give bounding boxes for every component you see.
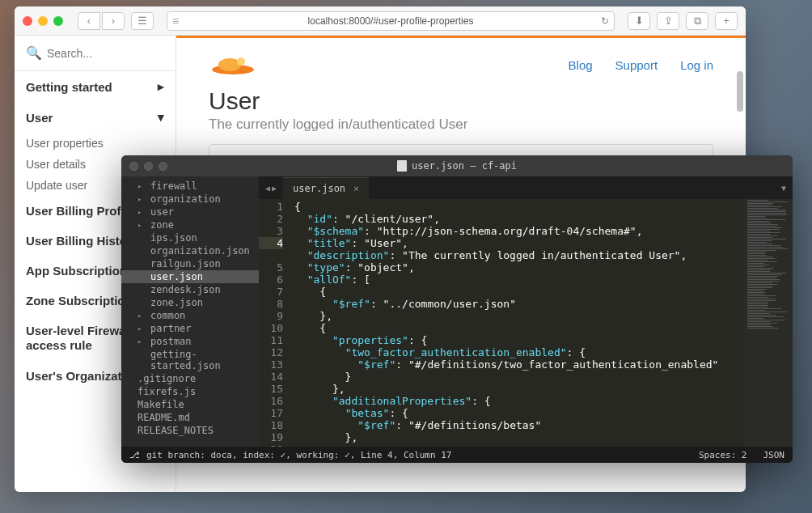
- top-nav: Blog Support Log in: [569, 58, 713, 72]
- status-git-icon: ⎇: [129, 450, 140, 460]
- tree-item-label: partner: [150, 323, 192, 334]
- tabs-icon[interactable]: ⧉: [686, 12, 708, 30]
- sidebar-item-getting-started[interactable]: Getting started ▸: [15, 71, 176, 102]
- tree-item-firewall[interactable]: ▸firewall: [121, 180, 259, 193]
- line-gutter: 1234567891011121314151617181920: [259, 199, 290, 447]
- editor-main: ◀ ▶ user.json × ▼ 1234567891011121314151…: [259, 176, 793, 447]
- close-window-icon[interactable]: [23, 16, 32, 26]
- tree-item-label: getting-started.json: [150, 349, 254, 371]
- folder-collapsed-icon: ▸: [137, 324, 146, 333]
- sidebar-sub-user-properties[interactable]: User properties: [15, 133, 176, 154]
- tree-item-getting-started-json[interactable]: getting-started.json: [121, 348, 259, 372]
- tree-item-postman[interactable]: ▸postman: [121, 335, 259, 348]
- close-tab-icon[interactable]: ×: [353, 183, 359, 194]
- tree-item-label: zone.json: [150, 297, 203, 308]
- tab-prev-icon[interactable]: ◀: [265, 184, 270, 193]
- search-input[interactable]: [47, 47, 164, 60]
- tree-item-label: RELEASE_NOTES: [137, 425, 214, 436]
- tree-item-label: Makefile: [137, 399, 184, 410]
- tree-item-zone-json[interactable]: zone.json: [121, 296, 259, 309]
- tab-next-icon[interactable]: ▶: [272, 184, 277, 193]
- address-bar[interactable]: ≡ localhost:8000/#user-profile-propertie…: [167, 11, 615, 31]
- tree-item-label: user.json: [150, 271, 203, 282]
- tab-user-json[interactable]: user.json ×: [283, 177, 369, 199]
- tree-item-fixrefs-js[interactable]: fixrefs.js: [121, 385, 259, 398]
- sidebar-label: User: [26, 111, 53, 125]
- page-subtitle: The currently logged in/authenticated Us…: [209, 117, 713, 133]
- tree-item--gitignore[interactable]: .gitignore: [121, 372, 259, 385]
- editor-body: ▸firewall▸organization▸user▸zoneips.json…: [121, 176, 793, 447]
- new-tab-button[interactable]: +: [715, 12, 738, 30]
- tree-item-readme-md[interactable]: README.md: [121, 411, 259, 424]
- status-bar: ⎇ git branch: doca, index: ✓, working: ✓…: [121, 447, 793, 463]
- cloudflare-logo-icon: [209, 52, 257, 76]
- reload-icon[interactable]: ↻: [601, 15, 609, 27]
- tree-item-label: common: [150, 310, 185, 321]
- tree-item-organization-json[interactable]: organization.json: [121, 244, 259, 257]
- tree-item-label: fixrefs.js: [137, 386, 196, 397]
- status-lang[interactable]: JSON: [763, 450, 785, 460]
- folder-collapsed-icon: ▸: [137, 312, 146, 320]
- status-spaces[interactable]: Spaces: 2: [699, 450, 747, 460]
- code-area[interactable]: 1234567891011121314151617181920 { "id": …: [259, 199, 793, 447]
- minimize-window-icon[interactable]: [38, 16, 48, 26]
- zoom-window-icon[interactable]: [53, 16, 63, 26]
- forward-button[interactable]: ›: [102, 12, 125, 30]
- search-box: 🔍: [15, 45, 176, 71]
- status-left: git branch: doca, index: ✓, working: ✓, …: [146, 450, 452, 460]
- tree-item-makefile[interactable]: Makefile: [121, 398, 259, 411]
- tree-item-label: postman: [150, 336, 192, 347]
- nav-blog[interactable]: Blog: [569, 58, 593, 72]
- close-window-icon[interactable]: [129, 162, 138, 171]
- zoom-window-icon[interactable]: [159, 162, 167, 171]
- tree-item-label: user: [150, 206, 174, 218]
- editor-traffic-lights: [129, 162, 167, 171]
- nav-login[interactable]: Log in: [680, 58, 713, 72]
- share-icon[interactable]: ⇪: [657, 12, 679, 30]
- tree-item-release-notes[interactable]: RELEASE_NOTES: [121, 424, 259, 437]
- tree-item-label: organization.json: [150, 245, 250, 256]
- sidebar-item-user[interactable]: User ▾: [15, 102, 176, 133]
- folder-collapsed-icon: ▸: [137, 337, 146, 346]
- browser-titlebar: ‹ › ☰ ≡ localhost:8000/#user-profile-pro…: [15, 6, 746, 36]
- tree-item-label: zone: [150, 219, 174, 231]
- nav-support[interactable]: Support: [615, 58, 658, 72]
- editor-title-text: user.json — cf-api: [412, 160, 517, 172]
- url-text: localhost:8000/#user-profile-properties: [308, 15, 474, 27]
- tree-item-label: railgun.json: [150, 258, 221, 269]
- tab-dropdown-icon[interactable]: ▼: [781, 184, 786, 193]
- editor-titlebar: user.json — cf-api: [121, 155, 793, 176]
- tree-item-organization[interactable]: ▸organization: [121, 193, 259, 206]
- tree-item-label: README.md: [137, 412, 190, 423]
- tree-item-label: firewall: [150, 180, 197, 192]
- tab-bar: ◀ ▶ user.json × ▼: [259, 176, 793, 199]
- tree-item-label: ips.json: [150, 232, 197, 244]
- minimap[interactable]: [744, 199, 793, 447]
- folder-collapsed-icon: ▸: [137, 221, 146, 229]
- reader-icon[interactable]: ≡: [172, 15, 179, 28]
- tree-item-label: .gitignore: [137, 373, 196, 384]
- tree-item-railgun-json[interactable]: railgun.json: [121, 257, 259, 270]
- svg-point-2: [237, 57, 245, 66]
- tree-item-user-json[interactable]: user.json: [121, 270, 259, 283]
- chevron-down-icon: ▾: [158, 110, 164, 125]
- code-text[interactable]: { "id": "/client/user", "$schema": "http…: [290, 199, 744, 447]
- sublime-window: user.json — cf-api ▸firewall▸organizatio…: [121, 155, 793, 463]
- nav-buttons: ‹ ›: [78, 12, 125, 30]
- tree-item-zone[interactable]: ▸zone: [121, 218, 259, 231]
- page-title: User: [209, 87, 713, 115]
- downloads-icon[interactable]: ⬇: [628, 12, 650, 30]
- tree-item-partner[interactable]: ▸partner: [121, 322, 259, 335]
- sidebar-label: Getting started: [26, 80, 112, 94]
- tree-item-label: zendesk.json: [150, 284, 221, 295]
- minimize-window-icon[interactable]: [144, 162, 153, 171]
- tree-item-user[interactable]: ▸user: [121, 206, 259, 218]
- tree-item-ips-json[interactable]: ips.json: [121, 231, 259, 244]
- tree-item-zendesk-json[interactable]: zendesk.json: [121, 283, 259, 296]
- tab-nav: ◀ ▶: [259, 184, 283, 193]
- back-button[interactable]: ‹: [78, 12, 100, 30]
- tree-item-common[interactable]: ▸common: [121, 309, 259, 322]
- sidebar-toggle-button[interactable]: ☰: [131, 12, 154, 30]
- search-icon: 🔍: [26, 45, 42, 61]
- file-tree: ▸firewall▸organization▸user▸zoneips.json…: [121, 176, 259, 447]
